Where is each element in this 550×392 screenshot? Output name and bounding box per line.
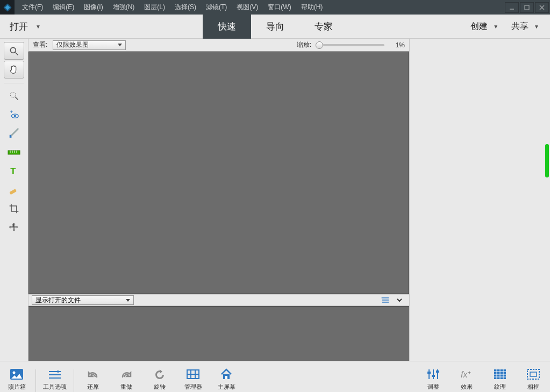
open-label: 打开 (10, 20, 28, 33)
panel-effects[interactable]: fx 效果 (450, 367, 483, 392)
tab-quick[interactable]: 快速 (203, 15, 251, 39)
menu-select[interactable]: 选择(S) (170, 0, 201, 15)
move-tool[interactable] (4, 218, 24, 236)
svg-marker-26 (381, 297, 382, 298)
view-combo-value: 仅限效果图 (56, 40, 89, 49)
document-area: 查看: 仅限效果图 缩放: 1% 显示打开的文件 (28, 39, 409, 361)
svg-rect-41 (427, 372, 431, 374)
zoom-slider-thumb[interactable] (316, 41, 323, 49)
whiten-teeth-tool[interactable] (4, 124, 24, 142)
right-panel (409, 39, 550, 361)
svg-text:T: T (10, 166, 16, 176)
view-label: 查看: (33, 40, 47, 49)
svg-point-8 (10, 92, 16, 97)
svg-point-22 (10, 191, 12, 194)
svg-rect-37 (225, 376, 227, 379)
app-logo (0, 0, 15, 15)
panel-home[interactable]: 主屏幕 (210, 367, 243, 392)
svg-rect-53 (530, 372, 537, 376)
panel-organizer[interactable]: 管理器 (176, 367, 210, 392)
menu-bar: 文件(F) 编辑(E) 图像(I) 增强(N) 图层(L) 选择(S) 滤镜(T… (0, 0, 550, 15)
svg-text:fx: fx (461, 370, 468, 379)
chevron-down-icon: ▼ (35, 24, 41, 30)
view-combo[interactable]: 仅限效果图 (53, 40, 126, 50)
straighten-tool[interactable] (4, 143, 24, 161)
svg-line-7 (16, 52, 18, 55)
redeye-tool[interactable]: + (4, 105, 24, 123)
open-button[interactable]: 打开 ▼ (0, 15, 51, 38)
panel-bar: 照片箱 工具选项 还原 重做 旋转 管理器 主屏幕 (0, 361, 550, 392)
svg-point-6 (10, 47, 16, 53)
panel-textures[interactable]: 纹理 (483, 367, 517, 392)
share-button[interactable]: 共享 ▼ (507, 21, 544, 32)
zoom-value: 1% (389, 41, 405, 49)
text-tool[interactable]: T (4, 162, 24, 180)
open-files-combo[interactable]: 显示打开的文件 (32, 295, 134, 305)
tool-separator (4, 83, 24, 83)
svg-line-14 (11, 129, 18, 135)
close-button[interactable] (535, 2, 549, 13)
chevron-down-icon (126, 299, 130, 302)
svg-rect-43 (436, 370, 439, 373)
maximize-button[interactable] (520, 2, 534, 13)
panel-rotate[interactable]: 旋转 (143, 367, 176, 392)
panel-tooloptions[interactable]: 工具选项 (38, 367, 72, 392)
svg-line-9 (16, 97, 18, 99)
panel-adjust[interactable]: 调整 (417, 367, 450, 392)
menu-view[interactable]: 视图(V) (232, 0, 262, 15)
crop-tool[interactable] (4, 199, 24, 217)
create-button[interactable]: 创建 ▼ (466, 21, 503, 32)
window-controls (505, 2, 550, 13)
svg-rect-52 (527, 369, 539, 379)
svg-rect-15 (8, 151, 20, 154)
hand-tool[interactable] (4, 61, 24, 79)
menu-enhance[interactable]: 增强(N) (109, 0, 139, 15)
menu-edit[interactable]: 编辑(E) (48, 0, 78, 15)
chevron-down-icon: ▼ (534, 24, 539, 30)
zoom-tool[interactable] (4, 42, 24, 60)
zoom-slider[interactable] (316, 44, 384, 46)
panel-photobin[interactable]: 照片箱 (0, 367, 33, 392)
tools-panel: + T (0, 39, 28, 361)
collapse-icon[interactable] (396, 297, 403, 303)
svg-text:+: + (10, 109, 13, 115)
workspace: + T 查看: 仅限效果图 缩放: (0, 39, 550, 361)
menu-file[interactable]: 文件(F) (18, 0, 47, 15)
menu-help[interactable]: 帮助(H) (297, 0, 327, 15)
mode-bar: 打开 ▼ 快速 导向 专家 创建 ▼ 共享 ▼ (0, 15, 550, 39)
menu-layer[interactable]: 图层(L) (140, 0, 169, 15)
filmstrip-bar: 显示打开的文件 (28, 294, 409, 306)
menu-filter[interactable]: 滤镜(T) (202, 0, 231, 15)
tab-guided[interactable]: 导向 (251, 15, 299, 39)
svg-rect-21 (9, 189, 17, 195)
list-view-icon[interactable] (381, 297, 390, 303)
spot-heal-tool[interactable] (4, 181, 24, 198)
filmstrip[interactable] (28, 306, 409, 361)
panel-frames[interactable]: 相框 (517, 367, 550, 392)
tab-expert[interactable]: 专家 (299, 15, 348, 39)
menu-window[interactable]: 窗口(W) (263, 0, 295, 15)
minimize-button[interactable] (505, 2, 519, 13)
svg-point-12 (14, 115, 16, 117)
panel-redo[interactable]: 重做 (110, 367, 143, 392)
chevron-down-icon: ▼ (493, 24, 498, 30)
menu-items: 文件(F) 编辑(E) 图像(I) 增强(N) 图层(L) 选择(S) 滤镜(T… (18, 0, 327, 15)
svg-point-28 (13, 372, 16, 374)
quick-select-tool[interactable] (4, 87, 24, 104)
options-bar: 查看: 仅限效果图 缩放: 1% (28, 39, 409, 52)
svg-rect-3 (525, 5, 529, 10)
zoom-label: 缩放: (297, 40, 311, 49)
chevron-down-icon (118, 44, 122, 46)
svg-rect-42 (432, 375, 435, 377)
menu-image[interactable]: 图像(I) (80, 0, 107, 15)
scroll-indicator[interactable] (545, 144, 549, 177)
canvas[interactable] (28, 52, 409, 294)
panel-undo[interactable]: 还原 (76, 367, 110, 392)
